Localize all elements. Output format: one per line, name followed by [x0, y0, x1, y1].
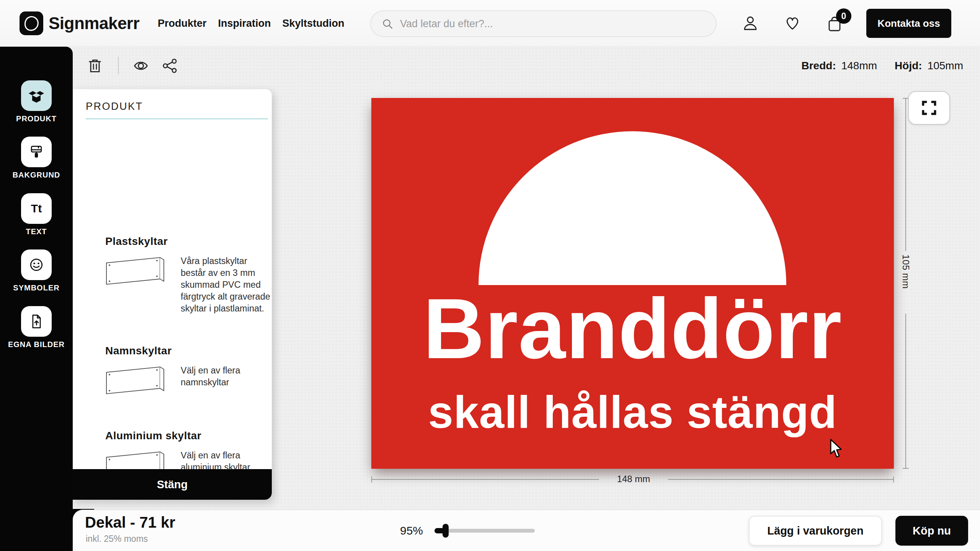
fullscreen-button[interactable]: [908, 91, 950, 125]
paint-brush-icon: [21, 137, 52, 167]
eye-icon[interactable]: [132, 57, 151, 76]
brand-logo-icon[interactable]: [20, 11, 43, 35]
sidebar-item-text[interactable]: Tt TEXT: [0, 193, 73, 236]
sign-plate-icon: [103, 365, 173, 395]
section-namnskyltar[interactable]: Namnskyltar Välj en av flera namnskyltar: [73, 345, 272, 406]
zoom-slider-track[interactable]: [434, 529, 535, 533]
nav-produkter[interactable]: Produkter: [158, 18, 207, 29]
search-bar[interactable]: [370, 10, 717, 37]
smiley-icon: [21, 249, 52, 280]
nav-inspiration[interactable]: Inspiration: [218, 18, 271, 29]
zoom-control: 95%: [400, 510, 535, 551]
zoom-slider-handle[interactable]: [443, 524, 449, 538]
sidebar-item-egna-bilder[interactable]: EGNA BILDER: [0, 306, 73, 349]
sidebar-item-produkt[interactable]: PRODUKT: [0, 80, 73, 123]
zoom-percentage: 95%: [400, 524, 423, 537]
tool-sidebar: PRODUKT BAKGRUND Tt TEXT SYMBOLER EGNA B…: [0, 47, 73, 551]
cart-count-badge: 0: [836, 8, 851, 24]
sign-semicircle-graphic[interactable]: [479, 131, 786, 285]
nav-skyltstudion[interactable]: Skyltstudion: [283, 18, 345, 29]
brand-name: Signmakerr: [49, 0, 139, 47]
section-plastskyltar[interactable]: Plastskyltar Våra plastskyltar består av…: [73, 235, 272, 312]
trash-icon[interactable]: [87, 57, 105, 76]
sign-dimensions-readout: Bredd:148mm Höjd:105mm: [801, 60, 963, 72]
toolbar-divider: [118, 57, 119, 74]
height-value: 105mm: [928, 60, 963, 72]
sidebar-item-bakgrund[interactable]: BAKGRUND: [0, 137, 73, 179]
sign-plate-icon: [103, 255, 173, 286]
width-value: 148mm: [841, 60, 877, 72]
panel-title-underline: [86, 118, 268, 119]
width-dimension-label: 148 mm: [603, 474, 664, 484]
panel-title: PRODUKT: [86, 101, 143, 112]
open-box-icon: [21, 80, 52, 111]
contact-button[interactable]: Kontakta oss: [866, 9, 951, 38]
main-nav: Produkter Inspiration Skyltstudion: [158, 0, 345, 47]
height-label: Höjd:: [895, 60, 922, 72]
text-Tt-icon: Tt: [21, 193, 52, 224]
search-input[interactable]: [400, 18, 706, 30]
buy-now-button[interactable]: Köp nu: [895, 516, 968, 546]
user-icon[interactable]: [741, 14, 760, 32]
product-panel: PRODUKT Plastskyltar Våra plastskyltar b…: [73, 89, 272, 500]
app-header: Signmakerr Produkter Inspiration Skyltst…: [0, 0, 980, 47]
search-icon: [381, 17, 394, 31]
bottom-bar: Dekal - 71 kr inkl. 25% moms 95% Lägg i …: [73, 510, 980, 551]
product-price: Dekal - 71 kr: [85, 514, 175, 531]
sign-text-line1[interactable]: Branddörr: [371, 286, 894, 371]
fullscreen-icon: [920, 99, 938, 117]
sign-text-line2[interactable]: skall hållas stängd: [371, 390, 894, 435]
width-label: Bredd:: [801, 60, 836, 72]
sign-canvas[interactable]: Branddörr skall hållas stängd: [371, 98, 894, 469]
add-to-cart-button[interactable]: Lägg i varukorgen: [749, 516, 882, 546]
share-icon[interactable]: [162, 57, 180, 76]
close-panel-button[interactable]: Stäng: [73, 469, 272, 500]
height-dimension-label: 105 mm: [900, 254, 911, 289]
heart-icon[interactable]: [783, 14, 802, 32]
file-upload-icon: [21, 306, 52, 337]
vat-note: inkl. 25% moms: [86, 534, 148, 544]
zoom-slider[interactable]: [434, 523, 535, 538]
sidebar-item-symboler[interactable]: SYMBOLER: [0, 249, 73, 292]
